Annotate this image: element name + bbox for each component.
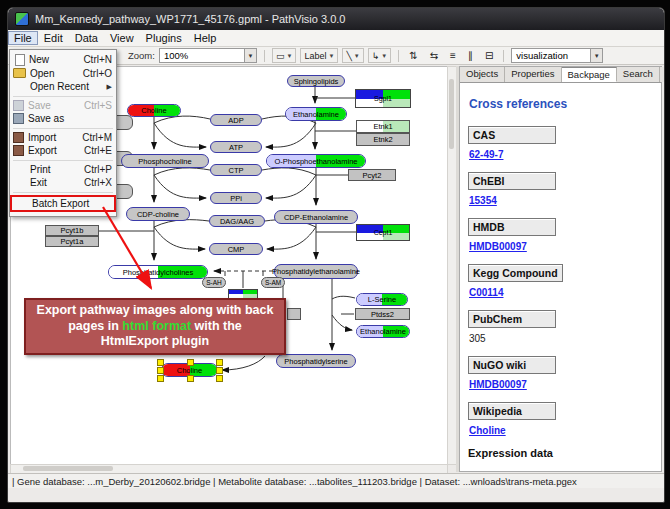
node-l-serine[interactable]: L-Serine xyxy=(356,293,408,306)
selection-handle[interactable] xyxy=(216,359,223,366)
selection-handle[interactable] xyxy=(187,359,194,366)
file-menu-item-open-recent[interactable]: Open Recent▶ xyxy=(10,80,116,94)
node-ctp[interactable]: CTP xyxy=(210,164,262,176)
node-pcyt1b[interactable]: Pcyt1b xyxy=(45,225,99,236)
file-menu-item-open[interactable]: OpenCtrl+O xyxy=(10,67,116,81)
scrollbar-thumb[interactable] xyxy=(23,466,113,471)
new-file-icon xyxy=(15,54,25,66)
align-edge-icon[interactable]: ⊟ xyxy=(482,50,496,61)
menubar-item-plugins[interactable]: Plugins xyxy=(140,31,188,45)
chevron-down-icon[interactable]: ▼ xyxy=(590,49,602,62)
cross-reference-link[interactable]: HMDB00097 xyxy=(469,379,653,390)
file-menu-popup: NewCtrl+NOpenCtrl+OOpen Recent▶SaveCtrl+… xyxy=(9,49,117,217)
node-etnk2[interactable]: Etnk2 xyxy=(356,133,410,146)
backpage-section-pubchem: PubChem305 xyxy=(468,309,653,344)
datanode-dropdown-button[interactable]: ▭ ▼ xyxy=(272,48,296,63)
node-ptdss2[interactable]: Ptdss2 xyxy=(355,308,410,320)
node-ethanolamine[interactable]: Ethanolamine xyxy=(356,325,410,338)
stack-vertical-icon[interactable]: ≡ xyxy=(447,50,459,61)
cross-reference-link[interactable]: Choline xyxy=(469,425,653,436)
node-pcyt1a[interactable]: Pcyt1a xyxy=(45,236,99,247)
node-atp[interactable]: ATP xyxy=(210,141,262,153)
node-pcyt2[interactable]: Pcyt2 xyxy=(348,169,396,181)
stack-horizontal-icon[interactable]: ∥ xyxy=(465,50,476,61)
status-bar: | Gene database: ...m_Derby_20120602.bri… xyxy=(8,473,664,488)
align-center-icon[interactable]: ⇅ xyxy=(406,50,420,61)
side-panel: ObjectsPropertiesBackpageSearchLegend Cr… xyxy=(459,66,662,472)
selection-handle[interactable] xyxy=(216,375,223,382)
scrollbar-thumb[interactable] xyxy=(449,79,454,149)
selection-handle[interactable] xyxy=(157,359,164,366)
cross-reference-link[interactable]: HMDB00097 xyxy=(469,241,653,252)
file-menu-item-new[interactable]: NewCtrl+N xyxy=(10,53,116,67)
cross-reference-link[interactable]: C00114 xyxy=(469,287,653,298)
node-dag-aag[interactable]: DAG/AAG xyxy=(209,215,265,227)
connector-dropdown-button[interactable]: ↳ ▼ xyxy=(368,48,392,63)
callout-line-1: Export pathway images along with back xyxy=(26,303,284,319)
menubar-item-data[interactable]: Data xyxy=(69,31,104,45)
cross-reference-link[interactable]: 15354 xyxy=(469,195,653,206)
tab-backpage[interactable]: Backpage xyxy=(562,67,617,82)
tab-objects[interactable]: Objects xyxy=(460,67,505,82)
section-header: ChEBI xyxy=(468,172,556,190)
file-menu-item-print[interactable]: PrintCtrl+P xyxy=(10,163,116,177)
file-menu-item-import[interactable]: ImportCtrl+M xyxy=(10,131,116,145)
node-ethanolamine[interactable]: Ethanolamine xyxy=(285,107,347,121)
menubar-item-file[interactable]: File xyxy=(8,31,38,45)
tab-legend[interactable]: Legend xyxy=(660,67,665,82)
tab-properties[interactable]: Properties xyxy=(505,67,561,82)
node-phosphatidylcholines[interactable]: Phosphatidylcholines xyxy=(108,265,208,279)
status-text: | Gene database: ...m_Derby_20120602.bri… xyxy=(12,476,577,487)
node-cept1[interactable]: Cept1 xyxy=(356,224,410,241)
node-cdp-ethanolamine[interactable]: CDP-Ethanolamine xyxy=(274,210,358,224)
toolbar-separator xyxy=(264,50,265,62)
menu-item-label: Exit xyxy=(30,177,78,188)
node-etnk1[interactable]: Etnk1 xyxy=(356,120,410,133)
line-dropdown-button[interactable]: ╲ ▼ xyxy=(342,48,363,63)
file-menu-item-save-as[interactable]: Save as xyxy=(10,112,116,126)
node-sphingolipids[interactable]: Sphingolipids xyxy=(287,75,345,87)
node-phosphatidylserine[interactable]: Phosphatidylserine xyxy=(276,354,356,368)
label-dropdown-button[interactable]: Label ▼ xyxy=(300,48,338,63)
toolbar-separator xyxy=(398,50,399,62)
node-unlabeled[interactable] xyxy=(287,308,301,320)
file-menu-item-exit[interactable]: ExitCtrl+X xyxy=(10,176,116,190)
selection-handle[interactable] xyxy=(187,375,194,382)
file-menu-item-save[interactable]: SaveCtrl+S xyxy=(10,99,116,113)
file-menu-item-batch-export[interactable]: Batch Export xyxy=(10,195,116,212)
menubar-item-view[interactable]: View xyxy=(104,31,140,45)
toolbar-separator xyxy=(503,50,504,62)
zoom-combobox[interactable]: 100% ▼ xyxy=(159,48,257,63)
selection-handle[interactable] xyxy=(157,367,164,374)
node-phosphocholine[interactable]: Phosphocholine xyxy=(121,154,209,168)
node-ppi[interactable]: PPi xyxy=(210,192,262,204)
screenshot-root: Mm_Kennedy_pathway_WP1771_45176.gpml - P… xyxy=(0,0,670,509)
node-cdp-choline[interactable]: CDP-choline xyxy=(126,207,190,221)
title-bar[interactable]: Mm_Kennedy_pathway_WP1771_45176.gpml - P… xyxy=(8,8,664,30)
visualization-combobox[interactable]: visualization ▼ xyxy=(511,48,603,63)
menubar-item-help[interactable]: Help xyxy=(188,31,223,45)
cross-references-title: Cross references xyxy=(469,97,653,111)
node-sgpl1[interactable]: Sgpl1 xyxy=(355,89,411,108)
menu-item-shortcut: Ctrl+S xyxy=(84,100,112,111)
node-phosphatidylethanolamine[interactable]: Phosphatidylethanolamine xyxy=(274,264,358,279)
selection-handle[interactable] xyxy=(157,375,164,382)
selection-handle[interactable] xyxy=(216,367,223,374)
cross-reference-link[interactable]: 62-49-7 xyxy=(469,149,653,160)
file-menu-item-export[interactable]: ExportCtrl+E xyxy=(10,144,116,158)
node-adp[interactable]: ADP xyxy=(210,114,262,126)
menu-bar: FileEditDataViewPluginsHelp xyxy=(8,30,664,47)
node-o-phosphoethanolamine[interactable]: O-Phosphoethanolamine xyxy=(266,154,366,168)
menubar-item-edit[interactable]: Edit xyxy=(38,31,69,45)
menu-item-label: Save as xyxy=(28,113,106,124)
node-s-am[interactable]: S-AM xyxy=(261,277,285,288)
node-s-ah[interactable]: S-AH xyxy=(202,277,226,288)
menu-item-label: New xyxy=(29,54,77,65)
backpage-section-nugo-wiki: NuGO wikiHMDB00097 xyxy=(468,355,653,390)
chevron-down-icon[interactable]: ▼ xyxy=(244,49,256,62)
node-cmp[interactable]: CMP xyxy=(209,243,263,255)
node-choline[interactable]: Choline xyxy=(127,104,181,117)
tab-search[interactable]: Search xyxy=(617,67,660,82)
align-middle-icon[interactable]: ⇆ xyxy=(427,50,441,61)
backpage-section-hmdb: HMDBHMDB00097 xyxy=(468,217,653,252)
